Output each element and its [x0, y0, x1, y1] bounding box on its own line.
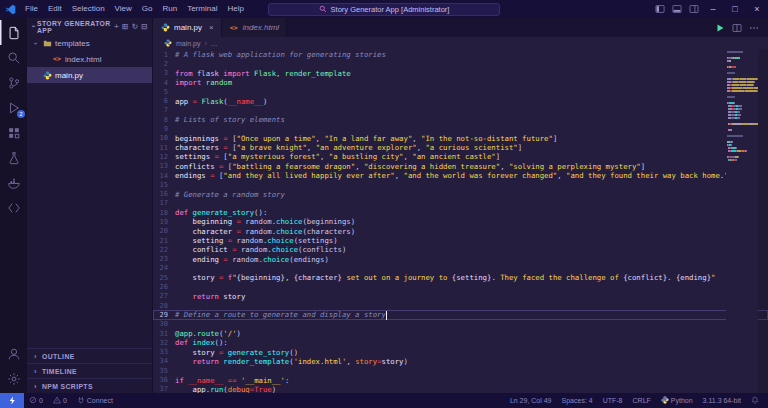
line-number[interactable]: 20	[153, 227, 175, 235]
workspace-section-header[interactable]: › STORY GENERATOR APP + ⊞ ↻ ⊟	[27, 18, 152, 35]
code-line[interactable]: 24	[153, 264, 768, 273]
accounts-icon[interactable]	[0, 341, 27, 366]
code-line[interactable]: 14endings = ["and they all lived happily…	[153, 171, 768, 180]
code-line[interactable]: 17	[153, 199, 768, 208]
line-number[interactable]: 11	[153, 144, 175, 152]
vertical-scrollbar[interactable]	[758, 49, 768, 393]
remote-indicator[interactable]	[0, 393, 24, 408]
line-number[interactable]: 33	[153, 348, 175, 356]
breadcrumb-item[interactable]: main.py	[163, 38, 201, 48]
line-number[interactable]: 6	[153, 97, 175, 105]
code-line[interactable]: 35	[153, 366, 768, 375]
tree-item-index-html[interactable]: <>index.html	[27, 51, 152, 67]
line-number[interactable]: 21	[153, 237, 175, 245]
status-notifications[interactable]	[746, 393, 764, 408]
code-line[interactable]: 29# Define a route to generate and displ…	[153, 310, 768, 319]
status-problems-warnings[interactable]: 0	[48, 393, 72, 408]
line-number[interactable]: 34	[153, 357, 175, 365]
line-number[interactable]: 26	[153, 283, 175, 291]
refresh-explorer-icon[interactable]: ↻	[132, 22, 139, 31]
run-python-file-icon[interactable]	[715, 19, 725, 37]
minimap[interactable]	[726, 51, 758, 393]
line-number[interactable]: 35	[153, 367, 175, 375]
collapse-folders-icon[interactable]: ⊟	[141, 22, 148, 31]
line-number[interactable]: 9	[153, 125, 175, 133]
line-number[interactable]: 29	[153, 311, 175, 319]
code-line[interactable]: 10beginnings = ["Once upon a time", "In …	[153, 134, 768, 143]
split-editor-icon[interactable]	[732, 19, 742, 37]
line-number[interactable]: 12	[153, 153, 175, 161]
menu-go[interactable]: Go	[137, 0, 158, 18]
code-line[interactable]: 32def index():	[153, 338, 768, 347]
explorer-icon[interactable]	[0, 20, 27, 45]
code-line[interactable]: 25 story = f"{beginning}, {character} se…	[153, 273, 768, 282]
status-indentation[interactable]: Spaces: 4	[557, 393, 598, 408]
status-cursor-position[interactable]: Ln 29, Col 49	[505, 393, 557, 408]
menu-view[interactable]: View	[110, 0, 137, 18]
manage-icon[interactable]	[0, 366, 27, 391]
code-line[interactable]: 8# Lists of story elements	[153, 115, 768, 124]
status-problems-errors[interactable]: 0	[24, 393, 48, 408]
code-line[interactable]: 36if __name__ == '__main__':	[153, 375, 768, 384]
tree-item-main-py[interactable]: main.py	[27, 67, 152, 83]
line-number[interactable]: 23	[153, 255, 175, 263]
code-line[interactable]: 27 return story	[153, 292, 768, 301]
code-line[interactable]: 7	[153, 106, 768, 115]
line-number[interactable]: 22	[153, 246, 175, 254]
line-number[interactable]: 28	[153, 302, 175, 310]
code-line[interactable]: 19 beginning = random.choice(beginnings)	[153, 217, 768, 226]
line-number[interactable]: 16	[153, 190, 175, 198]
line-number[interactable]: 30	[153, 320, 175, 328]
panel-timeline[interactable]: ›TIMELINE	[27, 363, 152, 378]
code-line[interactable]: 18def generate_story():	[153, 208, 768, 217]
code-line[interactable]: 37 app.run(debug=True)	[153, 385, 768, 393]
code-line[interactable]: 12settings = ["a mysterious forest", "a …	[153, 152, 768, 161]
line-number[interactable]: 7	[153, 106, 175, 114]
search-icon[interactable]	[0, 45, 27, 70]
layout-sidebar-icon[interactable]	[651, 0, 668, 18]
command-center[interactable]: Story Generator App [Administrator]	[268, 3, 500, 16]
status-connect[interactable]: Connect	[72, 393, 118, 408]
status-eol-sequence[interactable]: CRLF	[628, 393, 656, 408]
code-line[interactable]: 23 ending = random.choice(endings)	[153, 255, 768, 264]
line-number[interactable]: 2	[153, 60, 175, 68]
status-encoding[interactable]: UTF-8	[598, 393, 628, 408]
menu-help[interactable]: Help	[222, 0, 248, 18]
line-number[interactable]: 31	[153, 330, 175, 338]
line-number[interactable]: 8	[153, 116, 175, 124]
code-line[interactable]: 4import random	[153, 78, 768, 87]
tab-main.py[interactable]: main.py×	[153, 18, 222, 37]
line-number[interactable]: 3	[153, 69, 175, 77]
code-editor[interactable]: 1# A flask web application for generatin…	[153, 49, 768, 393]
line-number[interactable]: 15	[153, 181, 175, 189]
code-line[interactable]: 5	[153, 87, 768, 96]
layout-customize-icon[interactable]	[685, 0, 702, 18]
more-actions-icon[interactable]	[749, 19, 759, 37]
line-number[interactable]: 24	[153, 264, 175, 272]
panel-outline[interactable]: ›OUTLINE	[27, 348, 152, 363]
code-line[interactable]: 9	[153, 124, 768, 133]
line-number[interactable]: 13	[153, 162, 175, 170]
line-number[interactable]: 27	[153, 292, 175, 300]
code-line[interactable]: 3from flask import Flask, render_templat…	[153, 69, 768, 78]
source-control-icon[interactable]	[0, 70, 27, 95]
line-number[interactable]: 19	[153, 218, 175, 226]
docker-icon[interactable]	[0, 170, 27, 195]
tree-item-templates[interactable]: ›templates	[27, 35, 152, 51]
code-line[interactable]: 2	[153, 59, 768, 68]
layout-panel-icon[interactable]	[668, 0, 685, 18]
menu-selection[interactable]: Selection	[67, 0, 110, 18]
menu-run[interactable]: Run	[157, 0, 182, 18]
code-line[interactable]: 30	[153, 320, 768, 329]
new-folder-icon[interactable]: ⊞	[122, 22, 129, 31]
code-line[interactable]: 20 character = random.choice(characters)	[153, 227, 768, 236]
menu-terminal[interactable]: Terminal	[182, 0, 222, 18]
code-line[interactable]: 11characters = ["a brave knight", "an ad…	[153, 143, 768, 152]
line-number[interactable]: 36	[153, 376, 175, 384]
code-line[interactable]: 21 setting = random.choice(settings)	[153, 236, 768, 245]
line-number[interactable]: 37	[153, 385, 175, 393]
close-button[interactable]: ×	[746, 0, 768, 18]
menu-edit[interactable]: Edit	[43, 0, 67, 18]
code-line[interactable]: 15	[153, 180, 768, 189]
testing-icon[interactable]	[0, 145, 27, 170]
